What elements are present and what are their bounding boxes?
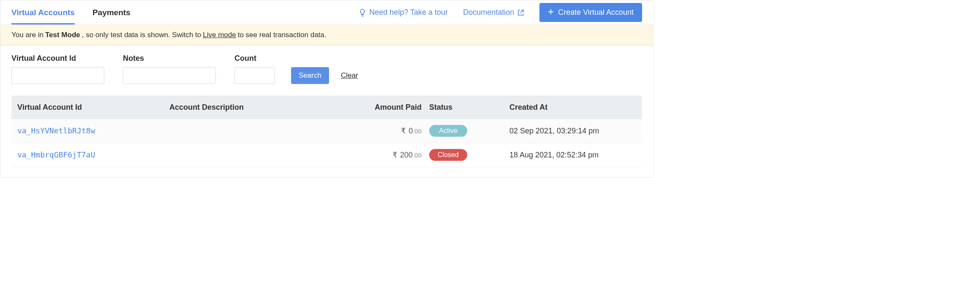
filter-label: Virtual Account Id bbox=[11, 54, 104, 63]
filters: Virtual Account Id Notes Count Search Cl… bbox=[0, 46, 653, 96]
create-label: Create Virtual Account bbox=[558, 8, 634, 17]
tab-payments[interactable]: Payments bbox=[93, 0, 131, 24]
banner-text-2: , so only test data is shown. Switch to bbox=[82, 31, 201, 39]
lightbulb-icon bbox=[359, 8, 366, 17]
filter-label: Notes bbox=[123, 54, 216, 63]
clear-link[interactable]: Clear bbox=[341, 71, 358, 80]
filter-actions: Search Clear bbox=[291, 67, 358, 84]
banner-text-1: You are in bbox=[11, 31, 44, 39]
top-bar: Virtual Accounts Payments Need help? Tak… bbox=[0, 0, 653, 25]
live-mode-link[interactable]: Live mode bbox=[203, 31, 236, 39]
filter-virtual-account-id: Virtual Account Id bbox=[11, 54, 104, 84]
col-created-at: Created At bbox=[509, 103, 636, 112]
tabs: Virtual Accounts Payments bbox=[11, 0, 131, 24]
created-at: 18 Aug 2021, 02:52:34 pm bbox=[509, 151, 636, 160]
col-amount-paid: Amount Paid bbox=[353, 103, 429, 112]
documentation-link[interactable]: Documentation bbox=[463, 8, 524, 17]
help-link[interactable]: Need help? Take a tour bbox=[359, 8, 448, 17]
filter-count: Count bbox=[234, 54, 275, 84]
virtual-accounts-page: Virtual Accounts Payments Need help? Tak… bbox=[0, 0, 653, 178]
virtual-accounts-table: Virtual Account Id Account Description A… bbox=[11, 96, 642, 167]
banner-mode: Test Mode bbox=[45, 31, 80, 39]
virtual-account-id-input[interactable] bbox=[11, 67, 104, 84]
col-status: Status bbox=[429, 103, 509, 112]
help-label: Need help? Take a tour bbox=[369, 8, 448, 17]
tab-label: Virtual Accounts bbox=[11, 8, 75, 17]
notes-input[interactable] bbox=[123, 67, 216, 84]
col-account-description: Account Description bbox=[169, 103, 353, 112]
banner-text-3: to see real transaction data. bbox=[238, 31, 327, 39]
created-at: 02 Sep 2021, 03:29:14 pm bbox=[509, 127, 636, 135]
virtual-account-id-link[interactable]: va_HmbrqGBF6jT7aU bbox=[17, 150, 95, 159]
col-virtual-account-id: Virtual Account Id bbox=[17, 103, 169, 112]
top-right: Need help? Take a tour Documentation Cre… bbox=[359, 3, 642, 22]
status-cell: Active bbox=[429, 125, 509, 137]
external-link-icon bbox=[517, 9, 524, 16]
amount-paid: ₹ 0.00 bbox=[353, 126, 429, 135]
table-body: va_HsYVNetlbRJt8w₹ 0.00Active02 Sep 2021… bbox=[11, 119, 642, 167]
filter-label: Count bbox=[234, 54, 275, 63]
status-badge: Closed bbox=[429, 149, 467, 161]
amount-paid: ₹ 200.00 bbox=[353, 150, 429, 160]
test-mode-banner: You are in Test Mode , so only test data… bbox=[0, 25, 653, 46]
docs-label: Documentation bbox=[463, 8, 514, 17]
filter-notes: Notes bbox=[123, 54, 216, 84]
status-badge: Active bbox=[429, 125, 467, 137]
virtual-account-id-link[interactable]: va_HsYVNetlbRJt8w bbox=[17, 126, 95, 135]
tab-virtual-accounts[interactable]: Virtual Accounts bbox=[11, 0, 75, 24]
count-input[interactable] bbox=[234, 67, 275, 84]
plus-icon bbox=[548, 8, 554, 17]
table-header: Virtual Account Id Account Description A… bbox=[11, 96, 642, 119]
table-row: va_HsYVNetlbRJt8w₹ 0.00Active02 Sep 2021… bbox=[11, 119, 642, 143]
status-cell: Closed bbox=[429, 149, 509, 161]
table-row: va_HmbrqGBF6jT7aU₹ 200.00Closed18 Aug 20… bbox=[11, 143, 642, 167]
tab-label: Payments bbox=[93, 8, 131, 17]
search-button[interactable]: Search bbox=[291, 67, 329, 84]
create-virtual-account-button[interactable]: Create Virtual Account bbox=[539, 3, 642, 22]
